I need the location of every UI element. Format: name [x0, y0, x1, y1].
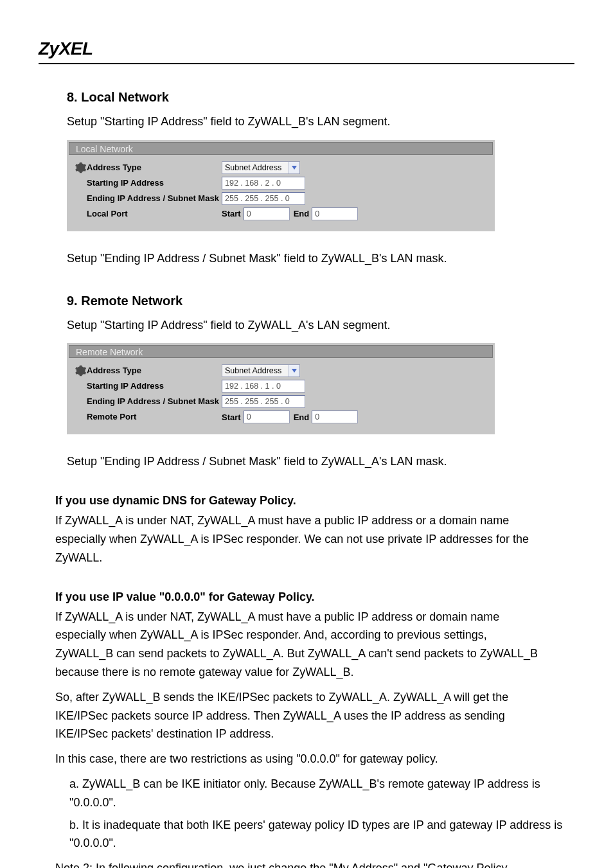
list-item: b. It is inadequate that both IKE peers'…: [69, 816, 574, 853]
local-starting-ip-row: Starting IP Address 192 . 168 . 2 . 0: [74, 177, 488, 190]
guidance-para-1: If ZyWALL_A is under NAT, ZyWALL_A must …: [55, 511, 544, 567]
remote-ending-ip-row: Ending IP Address / Subnet Mask 255 . 25…: [74, 395, 488, 408]
remote-panel-header: Remote Network: [69, 345, 493, 358]
select-value: Subnet Address: [222, 366, 289, 375]
label-address-type: Address Type: [87, 161, 222, 172]
label-starting-ip: Starting IP Address: [87, 380, 222, 391]
label-address-type: Address Type: [87, 364, 222, 375]
local-address-type-row: Address Type Subnet Address: [74, 161, 488, 174]
local-intro: Setup "Starting IP Address" field to ZyW…: [67, 112, 542, 131]
header-rule: [39, 63, 574, 64]
local-port-end-input[interactable]: 0: [312, 208, 358, 220]
chevron-down-icon: [289, 365, 299, 376]
select-value: Subnet Address: [222, 163, 289, 172]
guidance-para-4: In this case, there are two restrictions…: [55, 750, 544, 768]
remote-address-type-select[interactable]: Subnet Address: [222, 364, 300, 377]
remote-after-text: Setup "Ending IP Address / Subnet Mask" …: [67, 452, 542, 471]
local-panel-header: Local Network: [69, 142, 493, 155]
local-port-start-input[interactable]: 0: [244, 208, 290, 220]
remote-port-end-input[interactable]: 0: [312, 411, 358, 423]
label-ending-ip-mask: Ending IP Address / Subnet Mask: [87, 395, 222, 406]
remote-port-row: Remote Port Start 0 End 0: [74, 411, 488, 423]
local-ending-ip-input[interactable]: 255 . 255 . 255 . 0: [222, 192, 305, 205]
local-address-type-select[interactable]: Subnet Address: [222, 161, 300, 174]
guidance-para-3: So, after ZyWALL_B sends the IKE/IPSec p…: [55, 688, 544, 743]
chevron-down-icon: [289, 162, 299, 173]
gear-icon: [74, 161, 87, 174]
guidance-note: Note 2: In following configuration, we j…: [55, 859, 544, 868]
remote-starting-ip-input[interactable]: 192 . 168 . 1 . 0: [222, 380, 305, 393]
local-after-text: Setup "Ending IP Address / Subnet Mask" …: [67, 249, 542, 268]
remote-address-type-row: Address Type Subnet Address: [74, 364, 488, 377]
guidance-heading-1: If you use dynamic DNS for Gateway Polic…: [55, 494, 574, 508]
gear-icon: [74, 364, 87, 377]
remote-port-start-input[interactable]: 0: [244, 411, 290, 423]
local-port-row: Local Port Start 0 End 0: [74, 208, 488, 220]
label-end: End: [290, 209, 312, 218]
list-item: a. ZyWALL_B can be IKE initiator only. B…: [69, 775, 574, 812]
remote-starting-ip-row: Starting IP Address 192 . 168 . 1 . 0: [74, 380, 488, 393]
label-end: End: [290, 412, 312, 422]
guidance-para-2: If ZyWALL_A is under NAT, ZyWALL_A must …: [55, 608, 544, 682]
guidance-list: a. ZyWALL_B can be IKE initiator only. B…: [55, 775, 574, 853]
guidance-heading-2: If you use IP value "0.0.0.0" for Gatewa…: [55, 590, 574, 604]
label-remote-port: Remote Port: [87, 411, 222, 421]
remote-ending-ip-input[interactable]: 255 . 255 . 255 . 0: [222, 395, 305, 408]
local-starting-ip-input[interactable]: 192 . 168 . 2 . 0: [222, 177, 305, 190]
section-title-local: 8. Local Network: [67, 90, 574, 105]
local-ending-ip-row: Ending IP Address / Subnet Mask 255 . 25…: [74, 192, 488, 205]
label-local-port: Local Port: [87, 208, 222, 218]
brand-logo: ZyXEL: [39, 39, 574, 59]
label-start: Start: [222, 412, 244, 422]
local-network-panel: Local Network Address Type Subnet Addres…: [67, 140, 495, 231]
remote-intro: Setup "Starting IP Address" field to ZyW…: [67, 316, 542, 335]
label-ending-ip-mask: Ending IP Address / Subnet Mask: [87, 192, 222, 203]
remote-network-panel: Remote Network Address Type Subnet Addre…: [67, 343, 495, 434]
section-title-remote: 9. Remote Network: [67, 294, 574, 308]
label-start: Start: [222, 209, 244, 218]
label-starting-ip: Starting IP Address: [87, 177, 222, 188]
